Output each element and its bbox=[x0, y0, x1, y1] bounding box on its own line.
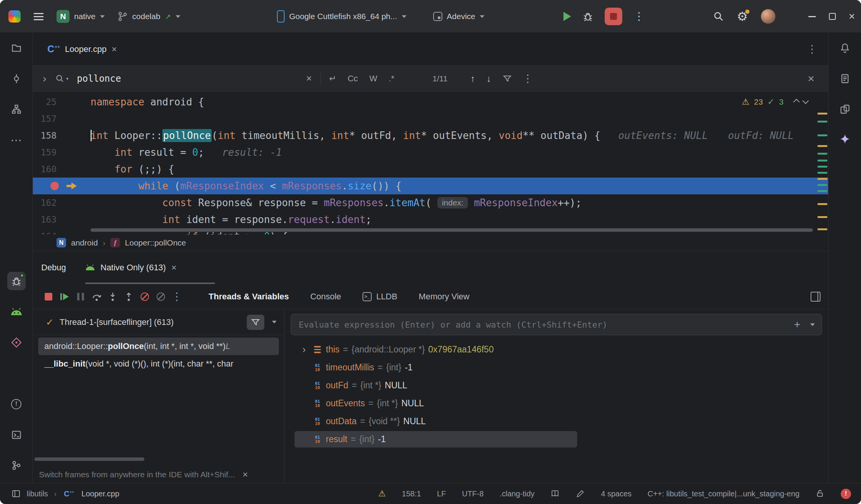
chevron-down-icon[interactable] bbox=[810, 323, 815, 326]
next-match-icon[interactable]: ↓ bbox=[487, 73, 491, 84]
debug-toolwindow-button[interactable] bbox=[7, 272, 26, 290]
stripe-mark[interactable] bbox=[817, 145, 827, 147]
search-input[interactable]: pollonce bbox=[77, 73, 306, 84]
version-control-button[interactable] bbox=[7, 456, 26, 475]
branch-selector[interactable]: codelab ↗ bbox=[118, 11, 180, 21]
line-number-gutter[interactable]: 158 bbox=[33, 127, 91, 144]
structure-toolwindow-button[interactable] bbox=[7, 100, 26, 118]
layout-options-icon[interactable] bbox=[811, 292, 821, 302]
debug-button[interactable] bbox=[583, 11, 593, 22]
step-into-button[interactable] bbox=[105, 289, 121, 305]
match-case-toggle[interactable]: Cc bbox=[348, 74, 358, 84]
next-problem-icon[interactable] bbox=[803, 98, 809, 104]
tab-lldb[interactable]: >_LLDB bbox=[363, 292, 397, 302]
device-explorer-button[interactable] bbox=[836, 69, 854, 88]
tab-close-icon[interactable]: × bbox=[112, 45, 117, 54]
expand-chevron-icon[interactable]: › bbox=[299, 344, 309, 355]
previous-match-icon[interactable]: ↑ bbox=[471, 73, 475, 84]
window-close-button[interactable]: × bbox=[849, 11, 855, 22]
debug-session-tab[interactable]: Native Only (613) × bbox=[85, 251, 176, 284]
filter-search-icon[interactable] bbox=[503, 74, 512, 83]
gemini-button[interactable] bbox=[836, 130, 854, 148]
clear-search-icon[interactable]: × bbox=[306, 73, 312, 84]
window-maximize-button[interactable] bbox=[829, 13, 836, 20]
search-mode-icon[interactable]: ▾ bbox=[55, 74, 68, 83]
stripe-mark[interactable] bbox=[817, 216, 827, 218]
stop-button[interactable] bbox=[605, 8, 622, 25]
code-line[interactable]: 25namespace android { bbox=[33, 94, 828, 110]
resume-button[interactable] bbox=[57, 289, 73, 305]
variable-row[interactable]: 0110outEvents={int *}NULL bbox=[285, 394, 828, 412]
editor-tab-looper[interactable]: C++ Looper.cpp × bbox=[44, 33, 121, 65]
unlocked-icon[interactable] bbox=[816, 489, 825, 498]
line-number-gutter[interactable]: 25 bbox=[33, 94, 91, 110]
thread-selector[interactable]: ✓ Thread-1-[surfaceflinger] (613) bbox=[33, 309, 284, 335]
tab-console[interactable]: Console bbox=[310, 292, 341, 302]
breakpoint-icon[interactable] bbox=[50, 182, 59, 190]
frame-row[interactable]: android::Looper::pollOnce(int, int *, in… bbox=[38, 338, 279, 355]
code-line[interactable]: 163 int ident = response.request.ident; bbox=[33, 211, 828, 228]
running-devices-button[interactable] bbox=[836, 100, 854, 118]
newline-toggle[interactable]: ↵ bbox=[329, 74, 336, 84]
user-avatar[interactable] bbox=[761, 9, 775, 24]
stripe-mark[interactable] bbox=[817, 172, 827, 174]
ide-error-badge[interactable]: ! bbox=[841, 489, 851, 499]
close-hint-icon[interactable]: × bbox=[243, 469, 248, 480]
tab-memory-view[interactable]: Memory View bbox=[419, 292, 469, 302]
run-config-selector[interactable]: Adevice bbox=[433, 12, 485, 21]
main-menu-icon[interactable] bbox=[34, 13, 44, 20]
tab-options-icon[interactable]: ⋮ bbox=[807, 43, 817, 55]
variable-row[interactable]: 0110outData={void **}NULL bbox=[285, 412, 828, 430]
line-number-gutter[interactable]: 163 bbox=[33, 211, 91, 228]
terminal-toolwindow-button[interactable] bbox=[7, 426, 26, 444]
clang-tidy[interactable]: .clang-tidy bbox=[500, 489, 534, 498]
project-toolwindow-button[interactable] bbox=[7, 39, 26, 57]
search-options-icon[interactable]: ⋮ bbox=[523, 72, 533, 85]
highlighting-level-icon[interactable] bbox=[576, 489, 585, 498]
device-selector[interactable]: Google Cuttlefish x86_64 ph... bbox=[277, 10, 406, 23]
variable-row[interactable]: 0110outFd={int *}NULL bbox=[285, 376, 828, 394]
window-minimize-button[interactable] bbox=[808, 16, 816, 17]
line-number-gutter[interactable] bbox=[33, 178, 91, 194]
reader-mode-icon[interactable] bbox=[550, 489, 560, 498]
line-number-gutter[interactable]: 162 bbox=[33, 194, 91, 211]
app-quality-insights-button[interactable] bbox=[7, 333, 26, 352]
project-selector[interactable]: N native bbox=[57, 10, 105, 23]
device-manager-button[interactable] bbox=[7, 303, 26, 321]
indent-setting[interactable]: 4 spaces bbox=[601, 489, 631, 498]
problems-toolwindow-button[interactable]: ! bbox=[7, 395, 26, 413]
variable-row[interactable]: ›this={android::Looper *}0x7967aa146f50 bbox=[285, 341, 828, 359]
line-number-gutter[interactable]: 159 bbox=[33, 144, 91, 161]
stripe-mark[interactable] bbox=[817, 190, 827, 192]
words-toggle[interactable]: W bbox=[369, 74, 377, 84]
close-find-icon[interactable]: × bbox=[808, 72, 814, 85]
line-number-gutter[interactable]: 160 bbox=[33, 161, 91, 178]
regex-toggle[interactable]: .* bbox=[389, 74, 395, 84]
stop-process-button[interactable] bbox=[40, 289, 57, 305]
settings-button[interactable]: ⚙ bbox=[737, 10, 748, 23]
search-everywhere-icon[interactable] bbox=[713, 11, 724, 22]
evaluate-expression-input[interactable]: Evaluate expression (Enter) or add a wat… bbox=[291, 314, 822, 335]
code-editor[interactable]: 25namespace android {157158int Looper::p… bbox=[33, 92, 828, 234]
stripe-mark[interactable] bbox=[817, 121, 827, 123]
line-number-gutter[interactable]: 164 bbox=[33, 228, 91, 234]
tab-threads-variables[interactable]: Threads & Variables bbox=[209, 292, 289, 302]
code-line[interactable]: 162 const Response& response = mResponse… bbox=[33, 194, 828, 211]
more-toolwindows-button[interactable]: ⋯ bbox=[7, 131, 26, 149]
cpp-toolchain[interactable]: C++: libutils_test_compile|...unk_stagin… bbox=[647, 489, 800, 498]
close-session-icon[interactable]: × bbox=[171, 263, 176, 272]
frame-row[interactable]: __libc_init(void *, void (*)(), int (*)(… bbox=[38, 355, 279, 373]
stripe-mark[interactable] bbox=[817, 153, 827, 155]
more-actions-icon[interactable]: ⋮ bbox=[634, 11, 644, 22]
mute-breakpoints-button[interactable] bbox=[137, 289, 153, 305]
toolwindow-panel-icon[interactable] bbox=[11, 489, 21, 498]
line-number-gutter[interactable]: 157 bbox=[33, 110, 91, 127]
status-module[interactable]: libutils bbox=[27, 489, 48, 498]
code-line[interactable]: while (mResponseIndex < mResponses.size(… bbox=[33, 178, 828, 194]
code-line[interactable]: 157 bbox=[33, 110, 828, 127]
status-file[interactable]: Looper.cpp bbox=[81, 489, 119, 498]
inspections-widget[interactable]: ⚠ 23 ✓ 3 bbox=[742, 97, 808, 107]
ignore-breakpoints-button[interactable] bbox=[153, 289, 169, 305]
toolbar-more-icon[interactable]: ⋮ bbox=[169, 289, 185, 305]
stripe-mark[interactable] bbox=[817, 178, 827, 180]
